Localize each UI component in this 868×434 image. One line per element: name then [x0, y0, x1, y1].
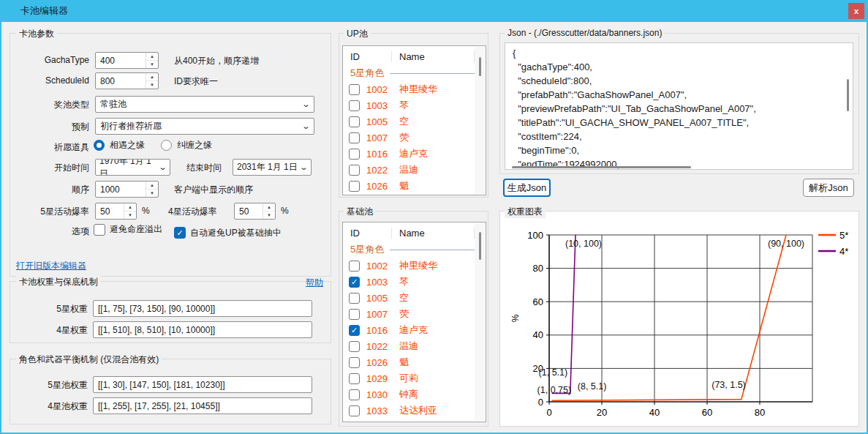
up-pool-table: ID Name 5星角色 1002神里绫华1003琴1005空1007荧1016… [342, 45, 486, 195]
radio-icon [161, 140, 172, 151]
table-row[interactable]: 1030钟离 [343, 386, 486, 403]
table-row[interactable]: 1002神里绫华 [343, 81, 486, 97]
checkbox-checked-icon[interactable]: ✓ [349, 422, 360, 423]
row-id: 1003 [366, 100, 399, 111]
scrollbar-thumb[interactable] [847, 79, 849, 111]
json-text[interactable]: { "gachaType":400, "scheduleId":800, "pr… [505, 42, 853, 170]
gachatype-hint: 从400开始，顺序递增 [174, 55, 259, 67]
option-checkbox[interactable]: ✓自动避免UP被基础抽中 [174, 227, 282, 239]
svg-text:80: 80 [533, 263, 543, 274]
vertical-scrollbar[interactable] [842, 44, 853, 168]
table-row[interactable]: 1033达达利亚 [343, 403, 486, 419]
table-row[interactable]: 1022温迪 [343, 162, 486, 178]
pool-weight5-label: 5星池权重 [0, 379, 88, 392]
radio-option[interactable]: 相遇之缘 [94, 139, 145, 151]
checkbox-icon[interactable] [349, 132, 360, 143]
row-id: 1033 [366, 405, 399, 416]
pooltype-select[interactable]: 常驻池 ⌄ [95, 96, 314, 113]
chevron-down-icon: ⌄ [299, 162, 308, 172]
weight-chart-svg: 020406080100020406080%(10, 100)(90, 100)… [500, 212, 858, 426]
checkbox-checked-icon[interactable]: ✓ [349, 325, 360, 336]
pool-weight4-input[interactable]: [[1, 255], [17, 255], [21, 10455]] [93, 397, 312, 414]
begintime-datepicker[interactable]: 1970年 1月 1日 ⌄ [95, 159, 170, 176]
checkbox-icon[interactable] [349, 293, 360, 304]
svg-text:(1, 0.75): (1, 0.75) [537, 385, 572, 395]
vertical-scrollbar[interactable] [475, 47, 485, 194]
checkbox-icon[interactable] [349, 84, 360, 95]
table-row[interactable]: 1003琴 [343, 97, 486, 113]
horizontal-scrollbar-thumb[interactable] [512, 166, 691, 168]
column-header-name[interactable]: Name [392, 228, 475, 239]
checkbox-checked-icon[interactable]: ✓ [349, 277, 360, 288]
json-group-title: Json - (./Gresscutter/data/banners.json) [505, 28, 665, 38]
scrollbar-thumb[interactable] [479, 232, 481, 260]
checkbox-icon[interactable] [349, 309, 360, 320]
table-row[interactable]: 1005空 [343, 290, 486, 306]
chevron-down-icon: ⌄ [301, 121, 310, 131]
table-row[interactable]: 1007荧 [343, 306, 486, 322]
table-row[interactable]: 1022温迪 [343, 338, 486, 354]
scrollbar-thumb[interactable] [479, 57, 481, 76]
help-link[interactable]: 帮助 [306, 277, 323, 289]
checkbox-icon[interactable] [349, 116, 360, 127]
gachatype-input[interactable]: 400 ▲▼ [95, 52, 159, 69]
spinner-buttons[interactable]: ▲▼ [263, 203, 275, 219]
vertical-scrollbar[interactable] [475, 223, 485, 421]
svg-text:80: 80 [755, 407, 765, 418]
rate5-input[interactable]: 50 ▲▼ [95, 203, 137, 220]
order-input[interactable]: 1000 ▲▼ [95, 181, 159, 198]
row-name: 可莉 [399, 372, 418, 385]
preset-select[interactable]: 初行者推荐祈愿 ⌄ [95, 118, 314, 135]
spinner-buttons[interactable]: ▲▼ [146, 73, 158, 89]
row-id: 1035 [366, 422, 399, 423]
column-header-id[interactable]: ID [343, 228, 392, 239]
scheduleid-input[interactable]: 800 ▲▼ [95, 72, 159, 89]
column-header-id[interactable]: ID [343, 51, 392, 62]
table-row[interactable]: ✓1035七七 [343, 419, 486, 422]
table-row[interactable]: ✓1016迪卢克 [343, 322, 486, 338]
table-row[interactable]: ✓1003琴 [343, 274, 486, 290]
spinner-buttons[interactable]: ▲▼ [146, 53, 158, 68]
checkbox-icon[interactable] [349, 373, 360, 384]
weight5-label: 5星权重 [0, 303, 88, 315]
scheduleid-label: ScheduleId [0, 75, 89, 86]
checkbox-icon[interactable] [349, 357, 360, 368]
section-header: 5星角色 [343, 65, 486, 81]
table-row[interactable]: 1026魈 [343, 178, 486, 194]
checkbox-icon[interactable] [349, 149, 360, 160]
close-button[interactable]: x [848, 3, 864, 19]
svg-text:(90, 100): (90, 100) [768, 239, 804, 249]
weight5-input[interactable]: [[1, 75], [73, 150], [90, 10000]] [93, 300, 312, 317]
legacy-editor-link[interactable]: 打开旧版本编辑器 [16, 260, 86, 272]
spinner-buttons[interactable]: ▲▼ [124, 203, 136, 219]
generate-json-button[interactable]: 生成Json [503, 179, 551, 197]
table-row[interactable]: 1007荧 [343, 130, 486, 146]
table-row[interactable]: 1026魈 [343, 354, 486, 370]
weight4-input[interactable]: [[1, 510], [8, 510], [10, 10000]] [93, 321, 312, 338]
table-row[interactable]: 1029可莉 [343, 370, 486, 386]
checkbox-icon[interactable] [349, 261, 360, 272]
chevron-down-icon: ⌄ [158, 162, 167, 172]
table-row[interactable]: 1016迪卢克 [343, 146, 486, 162]
spin-up-icon: ▲ [146, 182, 158, 190]
rate4-input[interactable]: 50 ▲▼ [234, 203, 276, 220]
parse-json-button[interactable]: 解析Json [803, 179, 854, 197]
table-row[interactable]: 1002神里绫华 [343, 258, 486, 274]
checkbox-icon[interactable] [349, 405, 360, 416]
endtime-datepicker[interactable]: 2031年 1月 1日 ⌄ [233, 159, 312, 176]
checkbox-icon[interactable] [349, 100, 360, 111]
checkbox-icon[interactable] [349, 389, 360, 400]
spinner-buttons[interactable]: ▲▼ [146, 182, 158, 197]
checkbox-icon[interactable] [349, 341, 360, 352]
checkbox-icon[interactable] [349, 165, 360, 176]
checkbox-icon[interactable] [349, 181, 360, 192]
titlebar[interactable]: 卡池编辑器 [0, 0, 868, 22]
pool-weight5-input[interactable]: [[1, 30], [147, 150], [181, 10230]] [93, 376, 312, 393]
option-checkbox[interactable]: 避免命座溢出 [94, 223, 162, 236]
up-pool-group-title: UP池 [344, 28, 371, 40]
radio-option[interactable]: 纠缠之缘 [161, 139, 212, 151]
chart-group: 权重图表 020406080100020406080%(10, 100)(90,… [499, 211, 859, 427]
column-header-name[interactable]: Name [392, 51, 475, 62]
table-row[interactable]: 1005空 [343, 113, 486, 130]
svg-text:(1, 5.1): (1, 5.1) [539, 367, 568, 378]
